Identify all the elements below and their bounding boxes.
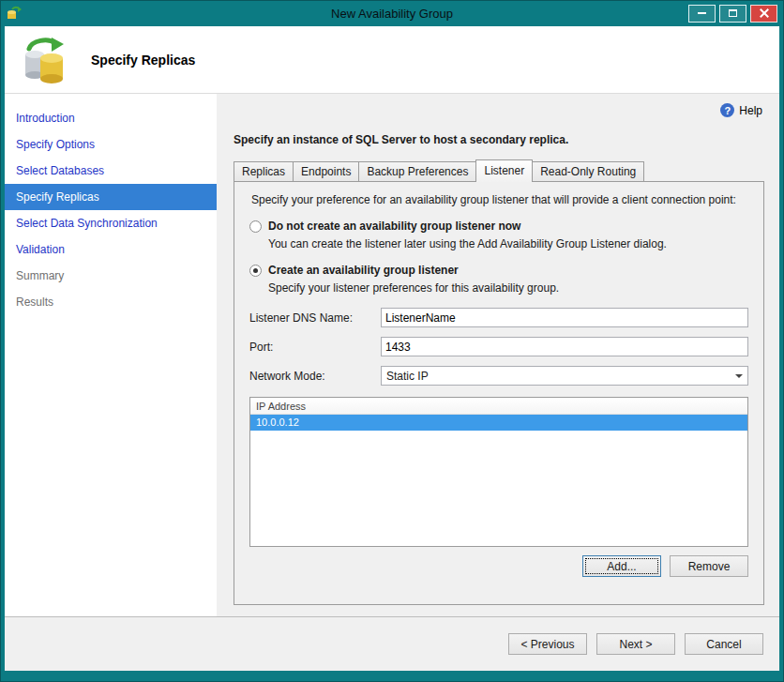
network-mode-select[interactable]: Static IP xyxy=(381,366,748,386)
wizard-steps-sidebar: Introduction Specify Options Select Data… xyxy=(5,94,217,616)
listener-tab-panel: Specify your preference for an availabil… xyxy=(234,181,764,605)
radio-no-listener-icon[interactable] xyxy=(249,220,262,233)
wizard-footer: < Previous Next > Cancel xyxy=(5,616,779,671)
sidebar-item-summary: Summary xyxy=(5,263,217,289)
sidebar-item-results: Results xyxy=(5,289,217,315)
page-title: Specify Replicas xyxy=(91,53,195,68)
listener-intro-text: Specify your preference for an availabil… xyxy=(251,193,748,206)
option-create-listener-row[interactable]: Create an availability group listener xyxy=(249,264,748,277)
listener-dns-input[interactable] xyxy=(381,308,748,327)
maximize-icon xyxy=(729,9,737,17)
help-link[interactable]: ? Help xyxy=(720,103,762,117)
wizard-header: Specify Replicas xyxy=(5,26,779,94)
option-no-listener-label: Do not create an availability group list… xyxy=(268,220,520,233)
option-create-listener[interactable]: Create an availability group listener Sp… xyxy=(249,264,748,295)
network-mode-row: Network Mode: Static IP xyxy=(249,366,748,386)
sidebar-item-select-data-synchronization[interactable]: Select Data Synchronization xyxy=(5,210,217,236)
ip-list-buttons: Add... Remove xyxy=(249,555,748,577)
ip-address-list[interactable]: IP Address 10.0.0.12 xyxy=(249,397,748,547)
ip-address-column-header: IP Address xyxy=(250,398,747,415)
maximize-button[interactable] xyxy=(719,5,746,23)
availability-group-icon xyxy=(20,36,68,84)
sidebar-item-specify-options[interactable]: Specify Options xyxy=(5,131,217,158)
port-row: Port: xyxy=(249,337,748,356)
option-create-listener-label: Create an availability group listener xyxy=(268,264,459,277)
wizard-window: New Availability Group xyxy=(0,0,784,682)
sidebar-item-specify-replicas[interactable]: Specify Replicas xyxy=(5,184,217,210)
option-no-listener-description: You can create the listener later using … xyxy=(268,237,748,250)
title-bar: New Availability Group xyxy=(0,0,784,26)
add-button[interactable]: Add... xyxy=(582,555,661,577)
option-no-listener[interactable]: Do not create an availability group list… xyxy=(249,220,748,250)
option-no-listener-row[interactable]: Do not create an availability group list… xyxy=(249,220,748,233)
ip-address-row[interactable]: 10.0.0.12 xyxy=(250,415,747,431)
previous-button[interactable]: < Previous xyxy=(508,633,587,655)
minimize-icon xyxy=(698,12,706,14)
port-label: Port: xyxy=(249,341,381,354)
option-create-listener-description: Specify your listener preferences for th… xyxy=(268,281,748,295)
tab-strip: Replicas Endpoints Backup Preferences Li… xyxy=(234,159,764,181)
help-icon: ? xyxy=(720,103,734,117)
dialog-body: Specify Replicas Introduction Specify Op… xyxy=(5,26,779,671)
listener-form: Listener DNS Name: Port: Network Mode: S… xyxy=(249,308,748,386)
dns-name-label: Listener DNS Name: xyxy=(249,311,381,325)
content-area: Introduction Specify Options Select Data… xyxy=(5,94,779,616)
caption-buttons xyxy=(688,5,777,23)
port-input[interactable] xyxy=(381,337,748,356)
tab-replicas[interactable]: Replicas xyxy=(234,161,294,181)
tab-backup-preferences[interactable]: Backup Preferences xyxy=(358,161,476,181)
dns-name-row: Listener DNS Name: xyxy=(249,308,748,327)
instruction-text: Specify an instance of SQL Server to hos… xyxy=(234,133,764,146)
minimize-button[interactable] xyxy=(688,5,716,23)
close-icon xyxy=(759,8,770,19)
tab-read-only-routing[interactable]: Read-Only Routing xyxy=(532,161,644,181)
close-button[interactable] xyxy=(750,5,777,23)
network-mode-value: Static IP xyxy=(386,370,429,383)
help-label: Help xyxy=(739,104,762,117)
tab-endpoints[interactable]: Endpoints xyxy=(293,161,359,181)
chevron-down-icon xyxy=(735,374,743,382)
remove-button[interactable]: Remove xyxy=(670,555,748,577)
radio-create-listener-icon[interactable] xyxy=(249,265,262,277)
sidebar-item-select-databases[interactable]: Select Databases xyxy=(5,158,217,184)
main-pane: ? Help Specify an instance of SQL Server… xyxy=(217,94,779,616)
network-mode-label: Network Mode: xyxy=(249,370,381,383)
window-title: New Availability Group xyxy=(0,7,784,21)
sidebar-item-introduction[interactable]: Introduction xyxy=(5,105,217,131)
tab-listener[interactable]: Listener xyxy=(475,159,533,182)
next-button[interactable]: Next > xyxy=(596,633,675,655)
sidebar-item-validation[interactable]: Validation xyxy=(5,236,217,263)
cancel-button[interactable]: Cancel xyxy=(685,633,763,655)
